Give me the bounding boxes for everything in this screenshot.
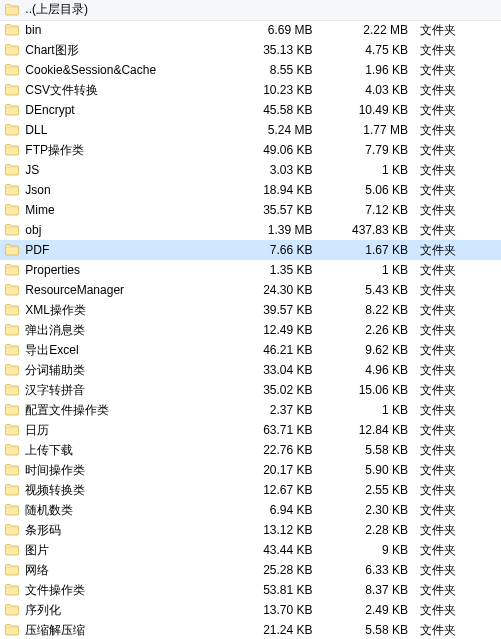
type: 文件夹: [416, 620, 501, 639]
folder-row[interactable]: 视频转换类12.67 KB2.55 KB文件夹: [0, 480, 501, 500]
size2: 6.33 KB: [321, 560, 417, 580]
folder-row[interactable]: 压缩解压缩21.24 KB5.58 KB文件夹: [0, 620, 501, 639]
type: 文件夹: [416, 560, 501, 580]
folder-row[interactable]: bin6.69 MB2.22 MB文件夹: [0, 20, 501, 40]
size1: 1.39 MB: [225, 220, 321, 240]
size2: 437.83 KB: [321, 220, 417, 240]
parent-dir-row[interactable]: ..(上层目录): [0, 0, 501, 20]
folder-row[interactable]: Json18.94 KB5.06 KB文件夹: [0, 180, 501, 200]
folder-row[interactable]: DLL5.24 MB1.77 MB文件夹: [0, 120, 501, 140]
size1: 35.13 KB: [225, 40, 321, 60]
type: 文件夹: [416, 380, 501, 400]
size2: 9 KB: [321, 540, 417, 560]
size1: 22.76 KB: [225, 440, 321, 460]
folder-icon: [0, 80, 23, 100]
folder-row[interactable]: 网络25.28 KB6.33 KB文件夹: [0, 560, 501, 580]
type: 文件夹: [416, 160, 501, 180]
folder-icon: [0, 380, 23, 400]
size1: 46.21 KB: [225, 340, 321, 360]
folder-name: 汉字转拼音: [23, 380, 225, 400]
folder-icon: [0, 440, 23, 460]
folder-row[interactable]: Chart图形35.13 KB4.75 KB文件夹: [0, 40, 501, 60]
folder-row[interactable]: 上传下载22.76 KB5.58 KB文件夹: [0, 440, 501, 460]
type: 文件夹: [416, 580, 501, 600]
folder-row[interactable]: obj1.39 MB437.83 KB文件夹: [0, 220, 501, 240]
folder-row[interactable]: 条形码13.12 KB2.28 KB文件夹: [0, 520, 501, 540]
type: 文件夹: [416, 460, 501, 480]
type: 文件夹: [416, 100, 501, 120]
folder-row[interactable]: 时间操作类20.17 KB5.90 KB文件夹: [0, 460, 501, 480]
folder-row[interactable]: Cookie&Session&Cache8.55 KB1.96 KB文件夹: [0, 60, 501, 80]
size1: 6.94 KB: [225, 500, 321, 520]
folder-row[interactable]: 配置文件操作类2.37 KB1 KB文件夹: [0, 400, 501, 420]
size1: 53.81 KB: [225, 580, 321, 600]
folder-row[interactable]: 文件操作类53.81 KB8.37 KB文件夹: [0, 580, 501, 600]
folder-row[interactable]: Mime35.57 KB7.12 KB文件夹: [0, 200, 501, 220]
size2: 2.49 KB: [321, 600, 417, 620]
type: 文件夹: [416, 440, 501, 460]
size2: 2.26 KB: [321, 320, 417, 340]
size1: 5.24 MB: [225, 120, 321, 140]
folder-icon: [0, 340, 23, 360]
folder-icon: [0, 520, 23, 540]
type: 文件夹: [416, 200, 501, 220]
folder-name: Mime: [23, 200, 225, 220]
folder-row[interactable]: FTP操作类49.06 KB7.79 KB文件夹: [0, 140, 501, 160]
folder-icon: [0, 240, 23, 260]
size1: 35.02 KB: [225, 380, 321, 400]
size1: 1.35 KB: [225, 260, 321, 280]
size1: 49.06 KB: [225, 140, 321, 160]
folder-name: 文件操作类: [23, 580, 225, 600]
size1: 2.37 KB: [225, 400, 321, 420]
folder-icon: [0, 420, 23, 440]
folder-row[interactable]: 弹出消息类12.49 KB2.26 KB文件夹: [0, 320, 501, 340]
folder-row[interactable]: 日历63.71 KB12.84 KB文件夹: [0, 420, 501, 440]
size1: 6.69 MB: [225, 20, 321, 40]
folder-icon: [0, 580, 23, 600]
folder-row[interactable]: 图片43.44 KB9 KB文件夹: [0, 540, 501, 560]
folder-row[interactable]: 汉字转拼音35.02 KB15.06 KB文件夹: [0, 380, 501, 400]
size2: 5.90 KB: [321, 460, 417, 480]
type: 文件夹: [416, 400, 501, 420]
folder-icon: [0, 200, 23, 220]
folder-name: DEncrypt: [23, 100, 225, 120]
size1: 18.94 KB: [225, 180, 321, 200]
folder-row[interactable]: XML操作类39.57 KB8.22 KB文件夹: [0, 300, 501, 320]
folder-row[interactable]: ResourceManager24.30 KB5.43 KB文件夹: [0, 280, 501, 300]
size1: 33.04 KB: [225, 360, 321, 380]
size1: 39.57 KB: [225, 300, 321, 320]
type: 文件夹: [416, 240, 501, 260]
folder-icon: [0, 540, 23, 560]
folder-icon: [0, 460, 23, 480]
folder-row[interactable]: 导出Excel46.21 KB9.62 KB文件夹: [0, 340, 501, 360]
folder-icon: [0, 260, 23, 280]
size1: 63.71 KB: [225, 420, 321, 440]
size2: 1.96 KB: [321, 60, 417, 80]
size1: 20.17 KB: [225, 460, 321, 480]
parent-dir-label: ..(上层目录): [23, 0, 225, 20]
type: 文件夹: [416, 480, 501, 500]
size2: 5.58 KB: [321, 440, 417, 460]
folder-icon: [0, 120, 23, 140]
folder-row[interactable]: JS3.03 KB1 KB文件夹: [0, 160, 501, 180]
folder-row[interactable]: Properties1.35 KB1 KB文件夹: [0, 260, 501, 280]
folder-icon: [0, 160, 23, 180]
folder-row[interactable]: CSV文件转换10.23 KB4.03 KB文件夹: [0, 80, 501, 100]
size1: 12.67 KB: [225, 480, 321, 500]
size2: 1.77 MB: [321, 120, 417, 140]
type: 文件夹: [416, 360, 501, 380]
folder-name: Properties: [23, 260, 225, 280]
folder-name: 序列化: [23, 600, 225, 620]
folder-row[interactable]: 序列化13.70 KB2.49 KB文件夹: [0, 600, 501, 620]
folder-row[interactable]: PDF7.66 KB1.67 KB文件夹: [0, 240, 501, 260]
folder-name: 视频转换类: [23, 480, 225, 500]
folder-row[interactable]: DEncrypt45.58 KB10.49 KB文件夹: [0, 100, 501, 120]
folder-row[interactable]: 随机数类6.94 KB2.30 KB文件夹: [0, 500, 501, 520]
folder-name: 配置文件操作类: [23, 400, 225, 420]
type: 文件夹: [416, 180, 501, 200]
type: 文件夹: [416, 280, 501, 300]
size1: 21.24 KB: [225, 620, 321, 639]
size1: [225, 0, 321, 20]
folder-icon: [0, 0, 23, 20]
folder-row[interactable]: 分词辅助类33.04 KB4.96 KB文件夹: [0, 360, 501, 380]
